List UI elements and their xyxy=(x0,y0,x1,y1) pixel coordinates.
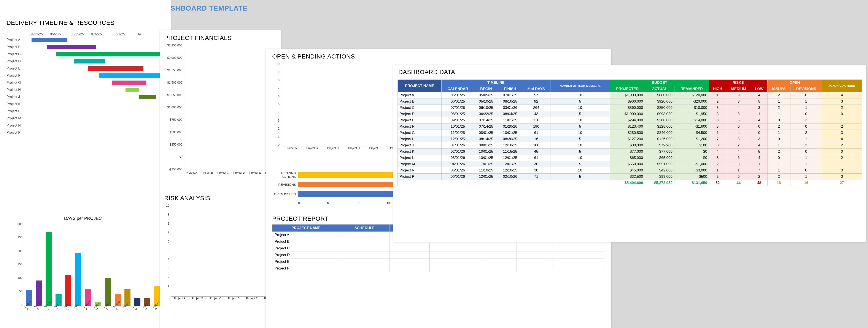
gantt-row: Project C xyxy=(6,51,164,58)
gantt-row: Project G xyxy=(6,79,164,86)
fin-x-label: Project C xyxy=(217,171,229,177)
report-row: Project F xyxy=(272,265,605,272)
gantt-row: Project K xyxy=(6,100,164,107)
dash-row: Project P06/01/2612/01/2502/10/26715 $32… xyxy=(398,174,862,180)
gantt-date: 04/23/25 xyxy=(26,32,46,36)
days-bar-chart: 300250200150100500 Project AProject BPro… xyxy=(6,222,162,313)
gantt-row: Project E xyxy=(6,65,164,72)
days-x-label: Project M xyxy=(132,306,142,326)
gantt-row: Project A xyxy=(6,36,164,43)
gantt-bar xyxy=(88,66,144,71)
gantt-date: 06/22/25 xyxy=(67,32,88,36)
gantt-bar xyxy=(99,73,164,78)
gantt-project-label: Project N xyxy=(6,124,26,127)
days-bar xyxy=(45,232,52,306)
gantt-project-label: Project J xyxy=(6,95,26,99)
gantt-project-label: Project G xyxy=(6,81,26,85)
days-x-label: Project L xyxy=(122,306,132,326)
section-title-financials: PROJECT FINANCIALS xyxy=(160,30,281,41)
panel-timeline: DELIVERY TIMELINE & RESOURCES 04/23/2505… xyxy=(0,0,170,328)
gantt-bar xyxy=(46,45,96,49)
gantt-project-label: Project C xyxy=(6,52,26,56)
days-x-label: Project J xyxy=(103,306,113,326)
gantt-row: Project L xyxy=(6,107,164,114)
gantt-row: Project F xyxy=(6,72,164,79)
dash-row: Project K02/01/2610/01/2511/15/25455 $77… xyxy=(398,149,862,155)
financials-chart: $2,250,000$2,000,000$1,750,000$1,500,000… xyxy=(162,44,279,177)
days-x-label: Project H xyxy=(93,306,103,326)
gantt-bar xyxy=(140,95,156,99)
gantt-bar xyxy=(32,38,67,42)
dash-row: Project B06/01/2505/10/2508/10/25925 $90… xyxy=(398,98,862,105)
gantt-project-label: Project L xyxy=(6,109,26,113)
panel-financials: PROJECT FINANCIALS $2,250,000$2,000,000$… xyxy=(160,30,281,328)
gantt-date: 08/21/25 xyxy=(108,32,128,36)
report-row: Project C xyxy=(272,245,605,252)
dash-row: Project M04/01/2611/01/2512/01/25305 $55… xyxy=(398,161,862,167)
report-row: Project D xyxy=(272,252,605,259)
gantt-project-label: Project A xyxy=(6,38,26,42)
dash-row: Project E09/01/2507/14/2511/01/2511010 $… xyxy=(398,117,862,124)
dash-row: Project C07/01/2506/10/2503/01/2626410 $… xyxy=(398,105,862,111)
gantt-project-label: Project D xyxy=(6,59,26,63)
gantt-bar xyxy=(56,52,164,56)
fin-x-label: Project D xyxy=(233,171,245,177)
gantt-bar xyxy=(74,59,105,64)
gantt-row: Project D xyxy=(6,58,164,65)
gantt-chart: 04/23/2505/23/2506/22/2507/22/2508/21/25… xyxy=(6,32,164,136)
risk-chart: 109876543210 Project AProject BProject C… xyxy=(162,204,279,303)
gantt-date: 07/22/25 xyxy=(88,32,108,36)
gantt-row: Project J xyxy=(6,93,164,100)
days-chart-title: DAYS per PROJECT xyxy=(6,216,162,221)
dash-row: Project N05/01/2611/10/2512/10/253010 $4… xyxy=(398,167,862,174)
gantt-bar xyxy=(112,80,146,85)
days-x-label: Project F xyxy=(73,306,83,326)
dash-row: Project L03/01/2610/01/2512/01/256110 $6… xyxy=(398,155,862,161)
fin-x-label: Project E xyxy=(249,171,261,177)
gantt-project-label: Project E xyxy=(6,66,26,70)
days-x-label: Project C xyxy=(43,306,53,326)
actions-chart: 109876543210 Project AProject BProject C… xyxy=(272,62,406,153)
gantt-project-label: Project K xyxy=(6,102,26,106)
gantt-date: 05/23/25 xyxy=(46,32,67,36)
gantt-row: Project M xyxy=(6,114,164,122)
gantt-row: Project H xyxy=(6,86,164,93)
days-x-label: Project N xyxy=(142,306,152,326)
dash-totals: $5,404,600 $5,272,950 $131,650 52 44 48 … xyxy=(398,180,862,186)
gantt-bar xyxy=(125,88,140,92)
dash-row: Project A05/01/2505/05/2507/01/255710 $1… xyxy=(398,92,862,98)
section-title-risk: RISK ANALYSIS xyxy=(160,177,281,202)
report-header: PROJECT NAME xyxy=(272,225,340,232)
gantt-project-label: Project M xyxy=(6,117,26,120)
panel-dashboard: DASHBOARD DATA PROJECT NAME TIMELINE NUM… xyxy=(393,65,866,242)
gantt-project-label: Project H xyxy=(6,88,26,92)
gantt-row: Project N xyxy=(6,122,164,129)
dash-row: Project G11/01/2508/01/2510/01/256110 $2… xyxy=(398,130,862,136)
section-title-actions: OPEN & PENDING ACTIONS xyxy=(266,49,611,60)
report-header: SCHEDULE xyxy=(340,225,389,232)
fin-x-label: Project A xyxy=(186,171,197,177)
days-x-label: Project E xyxy=(63,306,73,326)
gantt-project-label: Project P xyxy=(6,131,26,134)
gantt-row: Project P xyxy=(6,129,164,136)
dashboard-table: PROJECT NAME TIMELINE NUMBER OF TEAM MEM… xyxy=(398,79,862,186)
dash-row: Project D08/01/2506/22/2508/04/25435 $1,… xyxy=(398,111,862,117)
days-bar xyxy=(75,253,81,306)
gantt-date: 09 xyxy=(128,32,149,36)
dash-row: Project F10/01/2507/14/2501/20/261905 $1… xyxy=(398,124,862,130)
section-title-timeline: DELIVERY TIMELINE & RESOURCES xyxy=(6,20,115,26)
gantt-project-label: Project F xyxy=(6,74,26,77)
dash-row: Project H12/01/2508/14/2508/30/25165 $12… xyxy=(398,136,862,142)
days-chart-wrapper: DAYS per PROJECT 300250200150100500 Proj… xyxy=(6,216,162,313)
report-row: Project E xyxy=(272,259,605,265)
days-x-label: Project B xyxy=(33,306,43,326)
days-x-label: Project D xyxy=(53,306,63,326)
days-x-label: Project K xyxy=(113,306,123,326)
gantt-project-label: Project B xyxy=(6,45,26,49)
days-x-label: Project G xyxy=(83,306,93,326)
fin-x-label: Project B xyxy=(202,171,213,177)
days-x-label: Project A xyxy=(24,306,33,326)
gantt-row: Project B xyxy=(6,43,164,51)
dash-row: Project J01/01/2609/01/2512/10/2510010 $… xyxy=(398,142,862,149)
section-title-dashboard: DASHBOARD DATA xyxy=(393,65,866,77)
